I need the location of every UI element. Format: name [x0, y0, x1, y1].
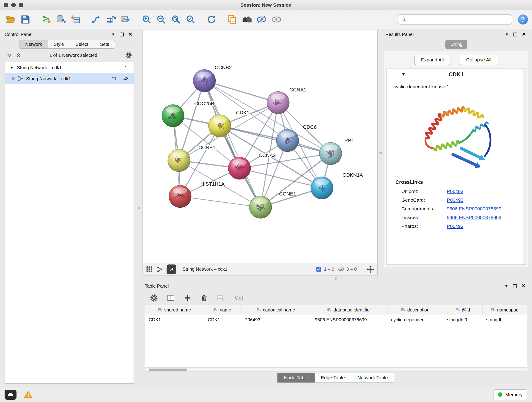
panel-menu-icon[interactable]: ▼: [111, 32, 115, 36]
selected-checkbox-icon[interactable]: [316, 266, 322, 272]
show-all-views-button[interactable]: [240, 13, 254, 26]
duplicate-page-button[interactable]: [226, 13, 239, 26]
table-settings-gear-icon[interactable]: [150, 294, 158, 302]
hidden-eye-icon[interactable]: [338, 266, 344, 273]
control-panel: Control Panel ▼ ✕ NetworkStyleSelectSets…: [3, 30, 136, 387]
tab-node-table[interactable]: Node Table: [278, 373, 315, 383]
open-in-browser-button[interactable]: [167, 264, 176, 274]
string-results-box: Expand All Collapse All ▼ CDK1 cyclin-de…: [384, 51, 528, 267]
import-network-file-button[interactable]: [40, 13, 53, 26]
panel-close-icon[interactable]: ✕: [522, 32, 526, 37]
zoom-fit-button[interactable]: [169, 13, 183, 26]
crosslink-row: Uniprot:P06493: [387, 187, 526, 196]
expand-all-icon[interactable]: [6, 52, 12, 58]
cloud-status-button[interactable]: [5, 390, 17, 400]
apply-layout-button[interactable]: [205, 13, 218, 26]
crosslink-value-link[interactable]: 9606.ENSP00000378699: [447, 215, 501, 220]
column-header-shared-name[interactable]: shared name: [145, 305, 204, 315]
zoom-selected-button[interactable]: [184, 13, 197, 26]
panel-float-icon[interactable]: [513, 284, 517, 288]
gear-icon[interactable]: [125, 52, 132, 59]
expand-all-button[interactable]: Expand All: [414, 55, 450, 65]
tab-network[interactable]: Network: [19, 40, 48, 49]
results-scrollbar[interactable]: [523, 69, 526, 264]
maximize-window-button[interactable]: [19, 3, 23, 7]
crosslink-value-link[interactable]: P06493: [447, 197, 463, 203]
share-network-icon[interactable]: [157, 266, 163, 273]
panel-float-icon[interactable]: [513, 32, 517, 36]
table-cell[interactable]: CDK1: [204, 315, 241, 325]
birds-eye-view-icon[interactable]: [146, 266, 153, 273]
zoom-out-button[interactable]: [155, 13, 168, 26]
delete-table-icon: [217, 294, 225, 302]
table-cell[interactable]: stringdb:9...: [443, 315, 482, 325]
warnings-button[interactable]: [23, 390, 33, 399]
import-table-file-button[interactable]: [69, 13, 82, 26]
panel-float-icon[interactable]: [120, 32, 124, 36]
panel-menu-icon[interactable]: ▼: [505, 32, 509, 36]
crosslink-value-link[interactable]: P06493: [447, 189, 463, 194]
export-image-button[interactable]: [119, 13, 133, 26]
crosslink-value-link[interactable]: 9606.ENSP00000378699: [447, 206, 501, 211]
help-button[interactable]: ?: [518, 14, 528, 25]
column-header-name[interactable]: name: [204, 305, 241, 315]
minimize-window-button[interactable]: [11, 3, 16, 7]
panel-close-icon[interactable]: ✕: [521, 283, 526, 288]
table-panel-splitter[interactable]: [143, 276, 529, 281]
tab-style[interactable]: Style: [48, 40, 70, 49]
tab-sets[interactable]: Sets: [94, 40, 115, 49]
gene-section-header[interactable]: ▼ CDK1: [387, 69, 526, 80]
close-window-button[interactable]: [4, 3, 8, 7]
tree-expand-icon[interactable]: ▼: [10, 66, 14, 70]
panel-close-icon[interactable]: ✕: [128, 32, 133, 37]
column-header-canonical-name[interactable]: canonical name: [241, 305, 311, 315]
tab-string[interactable]: String: [445, 40, 467, 49]
tab-select[interactable]: Select: [70, 40, 94, 49]
collapse-all-icon[interactable]: [16, 52, 22, 58]
table-row[interactable]: CDK1CDK1P064939606.ENSP00000378699cyclin…: [145, 315, 527, 325]
results-panel-splitter[interactable]: [378, 30, 384, 276]
show-columns-icon[interactable]: [167, 294, 175, 302]
zoom-in-button[interactable]: [140, 13, 153, 26]
table-cell[interactable]: CDK1: [145, 315, 204, 325]
table-cell[interactable]: P06493: [241, 315, 311, 325]
section-collapse-icon[interactable]: ▼: [401, 72, 405, 77]
delete-column-trash-icon[interactable]: [200, 294, 208, 302]
add-column-plus-icon[interactable]: [184, 294, 191, 302]
network-collection-row[interactable]: ▼ String Network – cdk1 1: [5, 62, 133, 73]
memory-button[interactable]: Memory: [493, 389, 527, 400]
toolbar-separator: [86, 13, 86, 26]
table-cell[interactable]: 9606.ENSP00000378699: [311, 315, 387, 325]
new-network-table-button[interactable]: [104, 13, 118, 26]
column-header-namespac[interactable]: namespac: [482, 305, 527, 315]
column-header-description[interactable]: description: [387, 305, 443, 315]
tab-edge-table[interactable]: Edge Table: [315, 373, 351, 383]
control-panel-title: Control Panel: [5, 32, 32, 37]
panel-menu-icon[interactable]: ▼: [505, 284, 508, 288]
new-network-button[interactable]: [90, 13, 103, 26]
network-canvas[interactable]: CCNB2CCNA1CDC25BCDK1CDC6RB1CCNB1CCNA2CDK…: [143, 30, 377, 263]
table-cell[interactable]: stringdb: [482, 315, 527, 325]
save-session-button[interactable]: [19, 13, 32, 26]
search-input[interactable]: [409, 17, 509, 22]
tab-network-table[interactable]: Network Table: [351, 373, 394, 383]
network-graph[interactable]: CCNB2CCNA1CDC25BCDK1CDC6RB1CCNB1CCNA2CDK…: [143, 30, 377, 263]
crosslink-value-link[interactable]: P06493: [447, 223, 463, 229]
svg-text:RB1: RB1: [344, 138, 354, 143]
scrollbar-thumb[interactable]: [149, 369, 187, 371]
table-cell[interactable]: cyclin-dependent ...: [387, 315, 443, 325]
control-panel-splitter[interactable]: [136, 29, 143, 387]
crosslinks-heading: CrossLinks: [387, 172, 526, 187]
svg-text:CDKN1A: CDKN1A: [342, 172, 363, 178]
hide-selection-glasses-button[interactable]: [255, 13, 268, 26]
collapse-all-button[interactable]: Collapse All: [460, 55, 498, 65]
import-network-database-button[interactable]: [54, 13, 68, 26]
open-session-button[interactable]: [4, 13, 17, 26]
table-horizontal-scrollbar[interactable]: [145, 367, 527, 371]
window-controls: [4, 3, 23, 7]
column-header-database-identifier[interactable]: database identifier: [311, 305, 387, 315]
show-hidden-eye-button[interactable]: [270, 13, 283, 26]
network-row-selected[interactable]: String Network – cdk1 11 48: [5, 73, 133, 84]
pan-crosshair-icon[interactable]: [366, 265, 374, 273]
column-header-@id[interactable]: @id: [443, 305, 482, 315]
